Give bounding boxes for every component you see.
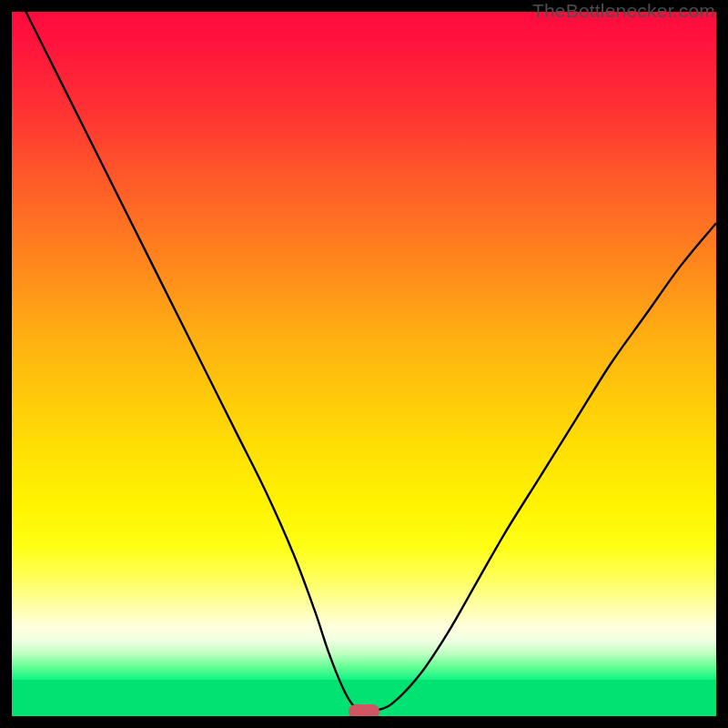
watermark-text: TheBottlenecker.com [532, 0, 715, 22]
optimal-marker [349, 704, 379, 716]
bottleneck-curve [25, 12, 716, 712]
curve-svg [12, 12, 716, 716]
plot-area [12, 12, 716, 716]
chart-stage: TheBottlenecker.com [0, 0, 728, 728]
